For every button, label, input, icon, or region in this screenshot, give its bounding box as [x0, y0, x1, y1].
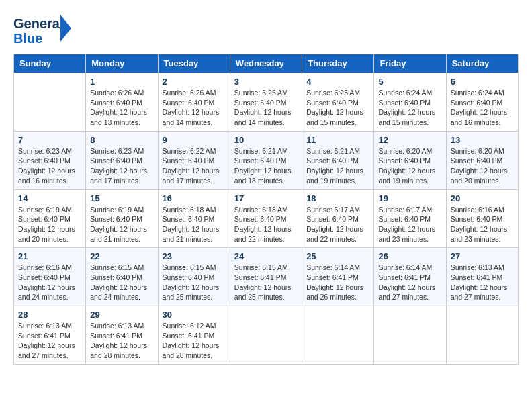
day-number: 4	[306, 77, 369, 87]
day-info: Sunrise: 6:22 AMSunset: 6:40 PMDaylight:…	[163, 146, 226, 186]
week-row-3: 14Sunrise: 6:19 AMSunset: 6:40 PMDayligh…	[14, 189, 519, 248]
day-info: Sunrise: 6:16 AMSunset: 6:40 PMDaylight:…	[451, 205, 514, 244]
col-header-sunday: Sunday	[14, 54, 86, 73]
table-cell: 28Sunrise: 6:13 AMSunset: 6:41 PMDayligh…	[14, 306, 86, 365]
table-cell	[14, 73, 86, 132]
day-info: Sunrise: 6:25 AMSunset: 6:40 PMDaylight:…	[306, 88, 369, 128]
table-cell: 12Sunrise: 6:20 AMSunset: 6:40 PMDayligh…	[374, 131, 446, 189]
table-cell: 18Sunrise: 6:17 AMSunset: 6:40 PMDayligh…	[302, 189, 374, 248]
table-cell: 6Sunrise: 6:24 AMSunset: 6:40 PMDaylight…	[446, 73, 518, 132]
day-info: Sunrise: 6:26 AMSunset: 6:40 PMDaylight:…	[163, 88, 226, 128]
table-cell: 30Sunrise: 6:12 AMSunset: 6:41 PMDayligh…	[158, 306, 230, 365]
table-cell: 22Sunrise: 6:15 AMSunset: 6:40 PMDayligh…	[86, 248, 158, 306]
calendar-header: SundayMondayTuesdayWednesdayThursdayFrid…	[14, 54, 519, 73]
col-header-thursday: Thursday	[302, 54, 374, 73]
week-row-4: 21Sunrise: 6:16 AMSunset: 6:40 PMDayligh…	[14, 248, 519, 306]
col-header-friday: Friday	[374, 54, 446, 73]
day-info: Sunrise: 6:17 AMSunset: 6:40 PMDaylight:…	[306, 205, 369, 244]
table-cell	[302, 306, 374, 365]
day-info: Sunrise: 6:18 AMSunset: 6:40 PMDaylight:…	[163, 205, 226, 244]
day-number: 1	[90, 77, 153, 87]
svg-text:General: General	[13, 16, 63, 31]
day-number: 12	[378, 135, 441, 145]
table-cell: 1Sunrise: 6:26 AMSunset: 6:40 PMDaylight…	[86, 73, 158, 132]
logo-icon: GeneralBlue	[13, 13, 74, 47]
week-row-1: 1Sunrise: 6:26 AMSunset: 6:40 PMDaylight…	[14, 73, 519, 132]
day-number: 25	[306, 251, 369, 261]
table-cell	[374, 306, 446, 365]
day-number: 11	[306, 135, 369, 145]
table-cell: 26Sunrise: 6:14 AMSunset: 6:41 PMDayligh…	[374, 248, 446, 306]
day-info: Sunrise: 6:20 AMSunset: 6:40 PMDaylight:…	[378, 146, 441, 186]
day-number: 8	[90, 135, 153, 145]
day-number: 21	[18, 251, 81, 261]
week-row-2: 7Sunrise: 6:23 AMSunset: 6:40 PMDaylight…	[14, 131, 519, 189]
table-cell: 27Sunrise: 6:13 AMSunset: 6:41 PMDayligh…	[446, 248, 518, 306]
day-number: 9	[163, 135, 226, 145]
day-number: 3	[234, 77, 298, 87]
table-cell: 11Sunrise: 6:21 AMSunset: 6:40 PMDayligh…	[302, 131, 374, 189]
table-cell: 25Sunrise: 6:14 AMSunset: 6:41 PMDayligh…	[302, 248, 374, 306]
table-cell: 2Sunrise: 6:26 AMSunset: 6:40 PMDaylight…	[158, 73, 230, 132]
day-number: 20	[451, 193, 514, 203]
day-info: Sunrise: 6:15 AMSunset: 6:40 PMDaylight:…	[90, 263, 153, 302]
table-cell: 20Sunrise: 6:16 AMSunset: 6:40 PMDayligh…	[446, 189, 518, 248]
day-info: Sunrise: 6:24 AMSunset: 6:40 PMDaylight:…	[378, 88, 441, 128]
table-cell	[230, 306, 302, 365]
table-cell: 10Sunrise: 6:21 AMSunset: 6:40 PMDayligh…	[230, 131, 302, 189]
day-number: 19	[378, 193, 441, 203]
logo: GeneralBlue	[13, 13, 74, 47]
table-cell: 16Sunrise: 6:18 AMSunset: 6:40 PMDayligh…	[158, 189, 230, 248]
table-cell: 17Sunrise: 6:18 AMSunset: 6:40 PMDayligh…	[230, 189, 302, 248]
day-info: Sunrise: 6:21 AMSunset: 6:40 PMDaylight:…	[234, 146, 298, 186]
day-info: Sunrise: 6:12 AMSunset: 6:41 PMDaylight:…	[163, 321, 226, 361]
day-info: Sunrise: 6:13 AMSunset: 6:41 PMDaylight:…	[90, 321, 153, 361]
table-cell: 13Sunrise: 6:20 AMSunset: 6:40 PMDayligh…	[446, 131, 518, 189]
table-cell: 7Sunrise: 6:23 AMSunset: 6:40 PMDaylight…	[14, 131, 86, 189]
header-row: SundayMondayTuesdayWednesdayThursdayFrid…	[14, 54, 519, 73]
day-info: Sunrise: 6:23 AMSunset: 6:40 PMDaylight:…	[90, 146, 153, 186]
day-number: 2	[163, 77, 226, 87]
day-info: Sunrise: 6:14 AMSunset: 6:41 PMDaylight:…	[306, 263, 369, 302]
day-number: 5	[378, 77, 441, 87]
day-info: Sunrise: 6:20 AMSunset: 6:40 PMDaylight:…	[451, 146, 514, 186]
day-number: 17	[234, 193, 298, 203]
day-info: Sunrise: 6:18 AMSunset: 6:40 PMDaylight:…	[234, 205, 298, 244]
day-info: Sunrise: 6:14 AMSunset: 6:41 PMDaylight:…	[378, 263, 441, 302]
col-header-tuesday: Tuesday	[158, 54, 230, 73]
day-number: 15	[90, 193, 153, 203]
day-info: Sunrise: 6:19 AMSunset: 6:40 PMDaylight:…	[18, 205, 81, 244]
day-number: 27	[451, 251, 514, 261]
table-cell: 24Sunrise: 6:15 AMSunset: 6:41 PMDayligh…	[230, 248, 302, 306]
table-cell: 14Sunrise: 6:19 AMSunset: 6:40 PMDayligh…	[14, 189, 86, 248]
day-number: 6	[451, 77, 514, 87]
table-cell: 8Sunrise: 6:23 AMSunset: 6:40 PMDaylight…	[86, 131, 158, 189]
day-number: 16	[163, 193, 226, 203]
day-info: Sunrise: 6:17 AMSunset: 6:40 PMDaylight:…	[378, 205, 441, 244]
col-header-wednesday: Wednesday	[230, 54, 302, 73]
day-number: 14	[18, 193, 81, 203]
day-number: 28	[18, 310, 81, 320]
table-cell: 21Sunrise: 6:16 AMSunset: 6:40 PMDayligh…	[14, 248, 86, 306]
col-header-saturday: Saturday	[446, 54, 518, 73]
table-cell: 23Sunrise: 6:15 AMSunset: 6:40 PMDayligh…	[158, 248, 230, 306]
day-number: 18	[306, 193, 369, 203]
day-info: Sunrise: 6:26 AMSunset: 6:40 PMDaylight:…	[90, 88, 153, 128]
day-info: Sunrise: 6:13 AMSunset: 6:41 PMDaylight:…	[18, 321, 81, 361]
day-number: 24	[234, 251, 298, 261]
day-info: Sunrise: 6:13 AMSunset: 6:41 PMDaylight:…	[451, 263, 514, 302]
table-cell: 19Sunrise: 6:17 AMSunset: 6:40 PMDayligh…	[374, 189, 446, 248]
day-number: 22	[90, 251, 153, 261]
table-cell	[446, 306, 518, 365]
day-number: 30	[163, 310, 226, 320]
calendar-table: SundayMondayTuesdayWednesdayThursdayFrid…	[13, 54, 519, 365]
week-row-5: 28Sunrise: 6:13 AMSunset: 6:41 PMDayligh…	[14, 306, 519, 365]
svg-text:Blue: Blue	[13, 31, 42, 46]
day-info: Sunrise: 6:16 AMSunset: 6:40 PMDaylight:…	[18, 263, 81, 302]
day-number: 10	[234, 135, 298, 145]
day-info: Sunrise: 6:19 AMSunset: 6:40 PMDaylight:…	[90, 205, 153, 244]
table-cell: 29Sunrise: 6:13 AMSunset: 6:41 PMDayligh…	[86, 306, 158, 365]
calendar-body: 1Sunrise: 6:26 AMSunset: 6:40 PMDaylight…	[14, 73, 519, 365]
table-cell: 15Sunrise: 6:19 AMSunset: 6:40 PMDayligh…	[86, 189, 158, 248]
col-header-monday: Monday	[86, 54, 158, 73]
